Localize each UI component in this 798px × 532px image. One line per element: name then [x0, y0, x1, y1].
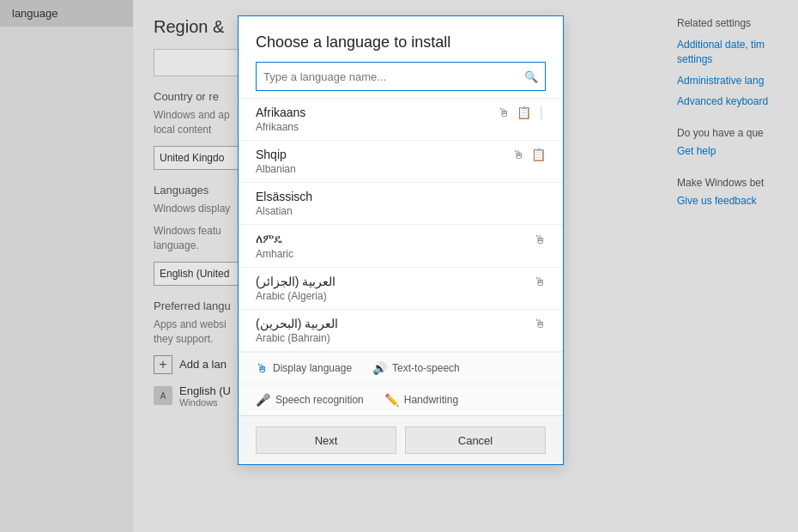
- list-item[interactable]: العربية (الجزائر) 🖱 Arabic (Algeria): [239, 268, 563, 310]
- copy-icon: 📋: [517, 106, 531, 119]
- tts-legend-icon: 🔊: [372, 361, 387, 375]
- dialog-search-icon: 🔍: [524, 70, 538, 83]
- dialog-footer: Next Cancel: [239, 415, 563, 464]
- legend-row: 🖱 Display language 🔊 Text-to-speech: [239, 352, 563, 384]
- display-lang-icon: 🖱: [534, 275, 546, 288]
- dialog-title: Choose a language to install: [239, 16, 563, 62]
- display-lang-icon: 🖱: [534, 317, 546, 330]
- scroll-indicator: │: [538, 106, 546, 119]
- dialog-search-box[interactable]: 🔍: [256, 62, 546, 91]
- copy-icon: 📋: [531, 148, 546, 161]
- legend-handwriting: ✏️ Handwriting: [384, 393, 458, 407]
- language-install-dialog: Choose a language to install 🔍 Afrikaans…: [238, 15, 564, 465]
- list-item[interactable]: العربية (البحرين) 🖱 Arabic (Bahrain): [239, 310, 563, 352]
- display-lang-icon: 🖱: [512, 148, 524, 161]
- next-button[interactable]: Next: [256, 426, 396, 454]
- speech-legend-icon: 🎤: [256, 393, 270, 407]
- display-lang-icon: 🖱: [534, 233, 546, 246]
- display-lang-legend-icon: 🖱: [256, 361, 268, 375]
- list-item[interactable]: Shqip 🖱 📋 Albanian: [239, 141, 563, 183]
- list-item[interactable]: Elsässisch Alsatian: [239, 183, 563, 225]
- legend-text-to-speech: 🔊 Text-to-speech: [372, 361, 460, 375]
- cancel-button[interactable]: Cancel: [405, 426, 546, 454]
- legend-speech-recognition: 🎤 Speech recognition: [256, 393, 364, 407]
- legend-row-2: 🎤 Speech recognition ✏️ Handwriting: [239, 384, 563, 415]
- list-item[interactable]: Afrikaans 🖱 📋 │ Afrikaans: [239, 99, 563, 141]
- handwriting-legend-icon: ✏️: [384, 393, 399, 407]
- language-search-input[interactable]: [263, 70, 524, 83]
- language-list: Afrikaans 🖱 📋 │ Afrikaans Shqip 🖱 📋 Alba…: [239, 98, 563, 352]
- legend-display-language: 🖱 Display language: [256, 361, 352, 375]
- list-item[interactable]: ለምዴ 🖱 Amharic: [239, 225, 563, 268]
- display-lang-icon: 🖱: [498, 106, 510, 119]
